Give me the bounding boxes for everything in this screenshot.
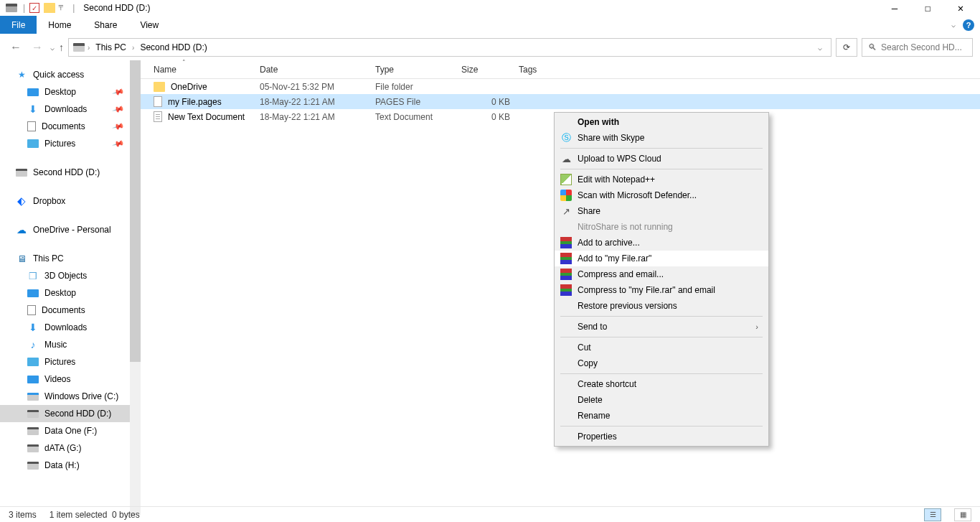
column-date[interactable]: Date xyxy=(260,60,375,78)
qat-checkbox-icon[interactable]: ✓ xyxy=(29,3,39,13)
context-menu-item[interactable]: Rename xyxy=(555,408,768,424)
def-icon xyxy=(560,190,572,201)
ribbon: File Home Share View ⌵ ? xyxy=(0,16,980,34)
sidebar-item[interactable]: ⬖Dropbox xyxy=(0,192,141,210)
file-tab[interactable]: File xyxy=(0,16,37,34)
chevron-right-icon[interactable]: › xyxy=(88,44,90,52)
column-name[interactable]: Name˄ xyxy=(154,60,260,78)
sidebar-item-label: Music xyxy=(44,340,67,350)
sidebar-item[interactable]: ❒3D Objects xyxy=(0,267,141,284)
context-menu-item[interactable]: Scan with Microsoft Defender... xyxy=(555,187,768,203)
ribbon-expand-icon[interactable]: ⌵ xyxy=(951,21,956,29)
context-menu-label: Add to "my File.rar" xyxy=(578,253,651,264)
refresh-button[interactable]: ⟳ xyxy=(836,38,857,57)
sidebar-item[interactable]: ⬇Downloads📌 xyxy=(0,101,141,118)
help-icon[interactable]: ? xyxy=(963,19,974,31)
dl-icon: ⬇ xyxy=(27,103,39,115)
thumbnails-view-button[interactable]: ▦ xyxy=(954,508,971,521)
cloud-icon: ☁ xyxy=(560,153,572,164)
column-type[interactable]: Type xyxy=(375,60,461,78)
context-menu-item[interactable]: Copy xyxy=(555,355,768,371)
context-menu: Open withⓈShare with Skype☁Upload to WPS… xyxy=(554,112,769,447)
context-menu-item[interactable]: Delete xyxy=(555,392,768,408)
file-row[interactable]: OneDrive 05-Nov-21 5:32 PM File folder xyxy=(141,79,980,94)
sidebar-item-label: Downloads xyxy=(44,322,87,332)
sidebar-item[interactable]: Pictures xyxy=(0,353,141,370)
status-selected: 1 item selected xyxy=(50,510,108,520)
context-menu-item[interactable]: ↗Share xyxy=(555,203,768,219)
details-view-button[interactable]: ☰ xyxy=(924,508,941,521)
status-bar: 3 items 1 item selected 0 bytes ☰ ▦ xyxy=(0,506,980,522)
context-menu-item[interactable]: Create shortcut xyxy=(555,376,768,392)
drive-icon xyxy=(27,462,39,470)
context-menu-label: Properties xyxy=(578,432,617,442)
sort-asc-icon: ˄ xyxy=(182,59,186,66)
star-icon: ★ xyxy=(16,69,27,80)
chevron-right-icon[interactable]: › xyxy=(132,44,134,52)
up-button[interactable]: ↑ xyxy=(59,42,64,53)
column-size[interactable]: Size xyxy=(461,60,519,78)
separator: | xyxy=(72,3,75,13)
this-pc-header[interactable]: 🖥 This PC xyxy=(0,250,141,267)
sidebar-scrollbar[interactable] xyxy=(130,60,141,515)
status-bytes: 0 bytes xyxy=(112,510,140,520)
address-bar[interactable]: › This PC › Second HDD (D:) ⌵ xyxy=(68,38,831,57)
folder-icon xyxy=(154,82,165,92)
sidebar-item-label: Dropbox xyxy=(33,196,65,206)
context-menu-label: NitroShare is not running xyxy=(578,222,673,232)
file-name: my File.pages xyxy=(168,97,222,107)
sidebar-item[interactable]: ⬇Downloads xyxy=(0,319,141,336)
sidebar-item[interactable]: Data (H:) xyxy=(0,457,141,474)
file-row[interactable]: my File.pages 18-May-22 1:21 AM PAGES Fi… xyxy=(141,94,980,109)
sidebar-item[interactable]: Videos xyxy=(0,370,141,388)
forward-button[interactable]: → xyxy=(29,39,46,56)
address-dropdown-icon[interactable]: ⌵ xyxy=(814,44,826,52)
context-menu-item[interactable]: Edit with Notepad++ xyxy=(555,172,768,187)
sidebar-item[interactable]: Documents📌 xyxy=(0,118,141,135)
home-tab[interactable]: Home xyxy=(37,16,83,34)
sidebar-item-label: dATA (G:) xyxy=(44,443,82,453)
context-menu-item[interactable]: Send to› xyxy=(555,319,768,335)
sidebar-item[interactable]: Second HDD (D:) xyxy=(0,164,141,181)
qat-dropdown-icon[interactable]: 〒 xyxy=(58,3,65,13)
sidebar-item[interactable]: Desktop xyxy=(0,284,141,302)
sidebar-label: Quick access xyxy=(33,70,84,80)
history-dropdown[interactable]: ⌵ xyxy=(50,44,55,52)
sidebar-item[interactable]: dATA (G:) xyxy=(0,439,141,457)
sidebar-item[interactable]: ☁OneDrive - Personal xyxy=(0,221,141,238)
file-type: File folder xyxy=(375,82,461,92)
context-menu-item[interactable]: Open with xyxy=(555,114,768,130)
search-input[interactable]: 🔍︎ Search Second HD... xyxy=(862,38,973,57)
context-menu-item[interactable]: Cut xyxy=(555,340,768,355)
sidebar-item[interactable]: ♪Music xyxy=(0,336,141,353)
maximize-button[interactable]: ☐ xyxy=(911,0,944,16)
column-tags[interactable]: Tags xyxy=(519,60,576,78)
sidebar-item[interactable]: Second HDD (D:) xyxy=(0,405,141,422)
sidebar-item-label: Pictures xyxy=(44,357,75,367)
drive-icon xyxy=(27,410,39,418)
context-menu-item[interactable]: ☁Upload to WPS Cloud xyxy=(555,151,768,167)
sidebar-item-label: Desktop xyxy=(44,87,76,97)
sidebar-item[interactable]: Desktop📌 xyxy=(0,83,141,101)
sidebar-item[interactable]: Windows Drive (C:) xyxy=(0,388,141,405)
context-menu-item[interactable]: Compress and email... xyxy=(555,266,768,282)
view-tab[interactable]: View xyxy=(128,16,170,34)
sidebar-item[interactable]: Data One (F:) xyxy=(0,422,141,439)
share-tab[interactable]: Share xyxy=(83,16,128,34)
sidebar-item[interactable]: Pictures📌 xyxy=(0,135,141,152)
context-menu-item[interactable]: Properties xyxy=(555,429,768,444)
close-button[interactable]: ✕ xyxy=(944,0,977,16)
breadcrumb[interactable]: Second HDD (D:) xyxy=(137,42,209,52)
sidebar-label: This PC xyxy=(33,253,64,264)
context-menu-item[interactable]: Restore previous versions xyxy=(555,298,768,314)
breadcrumb[interactable]: This PC xyxy=(93,42,129,52)
sidebar-item[interactable]: Documents xyxy=(0,302,141,319)
context-menu-item[interactable]: Add to archive... xyxy=(555,235,768,251)
quick-access-header[interactable]: ★ Quick access xyxy=(0,66,141,83)
back-button[interactable]: ← xyxy=(7,39,24,56)
context-menu-item[interactable]: Compress to "my File.rar" and email xyxy=(555,282,768,298)
context-menu-item[interactable]: ⓈShare with Skype xyxy=(555,130,768,146)
context-menu-item[interactable]: Add to "my File.rar" xyxy=(555,251,768,266)
pin-icon: 📌 xyxy=(112,103,126,116)
minimize-button[interactable]: — xyxy=(878,0,911,16)
